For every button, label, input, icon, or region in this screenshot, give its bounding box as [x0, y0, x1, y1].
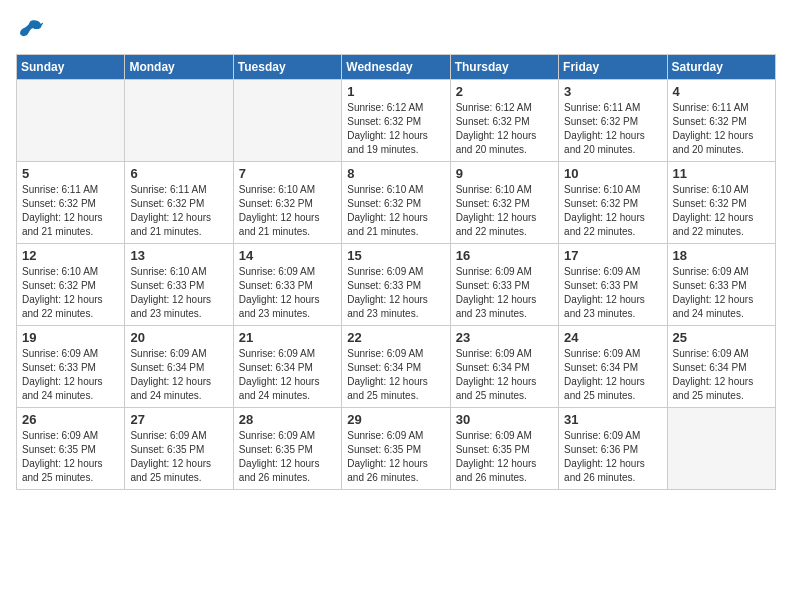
weekday-header-friday: Friday [559, 55, 667, 80]
day-info: Sunrise: 6:10 AM Sunset: 6:32 PM Dayligh… [564, 183, 661, 239]
calendar-week-2: 5Sunrise: 6:11 AM Sunset: 6:32 PM Daylig… [17, 162, 776, 244]
day-number: 29 [347, 412, 444, 427]
calendar-week-3: 12Sunrise: 6:10 AM Sunset: 6:32 PM Dayli… [17, 244, 776, 326]
day-number: 3 [564, 84, 661, 99]
day-number: 10 [564, 166, 661, 181]
weekday-header-tuesday: Tuesday [233, 55, 341, 80]
day-info: Sunrise: 6:11 AM Sunset: 6:32 PM Dayligh… [130, 183, 227, 239]
weekday-header-row: SundayMondayTuesdayWednesdayThursdayFrid… [17, 55, 776, 80]
day-number: 19 [22, 330, 119, 345]
day-info: Sunrise: 6:09 AM Sunset: 6:34 PM Dayligh… [347, 347, 444, 403]
day-info: Sunrise: 6:09 AM Sunset: 6:33 PM Dayligh… [347, 265, 444, 321]
calendar-week-5: 26Sunrise: 6:09 AM Sunset: 6:35 PM Dayli… [17, 408, 776, 490]
calendar-cell: 12Sunrise: 6:10 AM Sunset: 6:32 PM Dayli… [17, 244, 125, 326]
day-number: 28 [239, 412, 336, 427]
calendar-cell: 10Sunrise: 6:10 AM Sunset: 6:32 PM Dayli… [559, 162, 667, 244]
day-info: Sunrise: 6:09 AM Sunset: 6:33 PM Dayligh… [22, 347, 119, 403]
weekday-header-thursday: Thursday [450, 55, 558, 80]
day-info: Sunrise: 6:09 AM Sunset: 6:34 PM Dayligh… [130, 347, 227, 403]
calendar-cell: 29Sunrise: 6:09 AM Sunset: 6:35 PM Dayli… [342, 408, 450, 490]
day-number: 2 [456, 84, 553, 99]
day-info: Sunrise: 6:09 AM Sunset: 6:34 PM Dayligh… [456, 347, 553, 403]
day-info: Sunrise: 6:09 AM Sunset: 6:33 PM Dayligh… [673, 265, 770, 321]
day-number: 14 [239, 248, 336, 263]
weekday-header-sunday: Sunday [17, 55, 125, 80]
day-info: Sunrise: 6:09 AM Sunset: 6:33 PM Dayligh… [239, 265, 336, 321]
calendar-cell: 26Sunrise: 6:09 AM Sunset: 6:35 PM Dayli… [17, 408, 125, 490]
day-info: Sunrise: 6:09 AM Sunset: 6:33 PM Dayligh… [564, 265, 661, 321]
day-info: Sunrise: 6:10 AM Sunset: 6:32 PM Dayligh… [456, 183, 553, 239]
calendar-cell: 15Sunrise: 6:09 AM Sunset: 6:33 PM Dayli… [342, 244, 450, 326]
day-info: Sunrise: 6:10 AM Sunset: 6:32 PM Dayligh… [239, 183, 336, 239]
day-number: 5 [22, 166, 119, 181]
calendar-cell: 21Sunrise: 6:09 AM Sunset: 6:34 PM Dayli… [233, 326, 341, 408]
day-info: Sunrise: 6:12 AM Sunset: 6:32 PM Dayligh… [456, 101, 553, 157]
day-number: 23 [456, 330, 553, 345]
day-info: Sunrise: 6:09 AM Sunset: 6:35 PM Dayligh… [239, 429, 336, 485]
calendar-cell: 13Sunrise: 6:10 AM Sunset: 6:33 PM Dayli… [125, 244, 233, 326]
calendar-cell: 23Sunrise: 6:09 AM Sunset: 6:34 PM Dayli… [450, 326, 558, 408]
day-number: 6 [130, 166, 227, 181]
calendar-cell: 20Sunrise: 6:09 AM Sunset: 6:34 PM Dayli… [125, 326, 233, 408]
weekday-header-saturday: Saturday [667, 55, 775, 80]
day-number: 30 [456, 412, 553, 427]
calendar-cell: 19Sunrise: 6:09 AM Sunset: 6:33 PM Dayli… [17, 326, 125, 408]
calendar-cell [667, 408, 775, 490]
day-number: 11 [673, 166, 770, 181]
calendar-cell [17, 80, 125, 162]
day-info: Sunrise: 6:09 AM Sunset: 6:35 PM Dayligh… [456, 429, 553, 485]
day-number: 9 [456, 166, 553, 181]
day-number: 12 [22, 248, 119, 263]
calendar-cell: 1Sunrise: 6:12 AM Sunset: 6:32 PM Daylig… [342, 80, 450, 162]
day-info: Sunrise: 6:11 AM Sunset: 6:32 PM Dayligh… [564, 101, 661, 157]
calendar-cell [125, 80, 233, 162]
day-info: Sunrise: 6:10 AM Sunset: 6:32 PM Dayligh… [22, 265, 119, 321]
calendar-cell: 24Sunrise: 6:09 AM Sunset: 6:34 PM Dayli… [559, 326, 667, 408]
day-info: Sunrise: 6:09 AM Sunset: 6:33 PM Dayligh… [456, 265, 553, 321]
calendar-week-4: 19Sunrise: 6:09 AM Sunset: 6:33 PM Dayli… [17, 326, 776, 408]
calendar-cell: 2Sunrise: 6:12 AM Sunset: 6:32 PM Daylig… [450, 80, 558, 162]
day-number: 1 [347, 84, 444, 99]
day-info: Sunrise: 6:09 AM Sunset: 6:35 PM Dayligh… [130, 429, 227, 485]
day-info: Sunrise: 6:10 AM Sunset: 6:32 PM Dayligh… [673, 183, 770, 239]
calendar-cell: 27Sunrise: 6:09 AM Sunset: 6:35 PM Dayli… [125, 408, 233, 490]
calendar-cell: 6Sunrise: 6:11 AM Sunset: 6:32 PM Daylig… [125, 162, 233, 244]
day-info: Sunrise: 6:12 AM Sunset: 6:32 PM Dayligh… [347, 101, 444, 157]
day-info: Sunrise: 6:11 AM Sunset: 6:32 PM Dayligh… [22, 183, 119, 239]
calendar-cell: 25Sunrise: 6:09 AM Sunset: 6:34 PM Dayli… [667, 326, 775, 408]
day-number: 21 [239, 330, 336, 345]
day-number: 16 [456, 248, 553, 263]
day-number: 24 [564, 330, 661, 345]
day-number: 26 [22, 412, 119, 427]
calendar-cell [233, 80, 341, 162]
calendar-cell: 5Sunrise: 6:11 AM Sunset: 6:32 PM Daylig… [17, 162, 125, 244]
weekday-header-wednesday: Wednesday [342, 55, 450, 80]
calendar-cell: 11Sunrise: 6:10 AM Sunset: 6:32 PM Dayli… [667, 162, 775, 244]
calendar-table: SundayMondayTuesdayWednesdayThursdayFrid… [16, 54, 776, 490]
calendar-cell: 30Sunrise: 6:09 AM Sunset: 6:35 PM Dayli… [450, 408, 558, 490]
calendar-cell: 3Sunrise: 6:11 AM Sunset: 6:32 PM Daylig… [559, 80, 667, 162]
calendar-cell: 9Sunrise: 6:10 AM Sunset: 6:32 PM Daylig… [450, 162, 558, 244]
calendar-cell: 8Sunrise: 6:10 AM Sunset: 6:32 PM Daylig… [342, 162, 450, 244]
day-info: Sunrise: 6:09 AM Sunset: 6:34 PM Dayligh… [564, 347, 661, 403]
calendar-cell: 14Sunrise: 6:09 AM Sunset: 6:33 PM Dayli… [233, 244, 341, 326]
day-number: 4 [673, 84, 770, 99]
day-info: Sunrise: 6:10 AM Sunset: 6:33 PM Dayligh… [130, 265, 227, 321]
day-info: Sunrise: 6:09 AM Sunset: 6:35 PM Dayligh… [22, 429, 119, 485]
page-header [16, 16, 776, 44]
day-number: 27 [130, 412, 227, 427]
day-info: Sunrise: 6:09 AM Sunset: 6:34 PM Dayligh… [239, 347, 336, 403]
day-number: 8 [347, 166, 444, 181]
day-info: Sunrise: 6:09 AM Sunset: 6:35 PM Dayligh… [347, 429, 444, 485]
day-number: 15 [347, 248, 444, 263]
calendar-cell: 22Sunrise: 6:09 AM Sunset: 6:34 PM Dayli… [342, 326, 450, 408]
calendar-cell: 4Sunrise: 6:11 AM Sunset: 6:32 PM Daylig… [667, 80, 775, 162]
day-number: 25 [673, 330, 770, 345]
calendar-cell: 16Sunrise: 6:09 AM Sunset: 6:33 PM Dayli… [450, 244, 558, 326]
day-number: 17 [564, 248, 661, 263]
calendar-week-1: 1Sunrise: 6:12 AM Sunset: 6:32 PM Daylig… [17, 80, 776, 162]
day-number: 13 [130, 248, 227, 263]
day-number: 22 [347, 330, 444, 345]
day-info: Sunrise: 6:09 AM Sunset: 6:34 PM Dayligh… [673, 347, 770, 403]
weekday-header-monday: Monday [125, 55, 233, 80]
